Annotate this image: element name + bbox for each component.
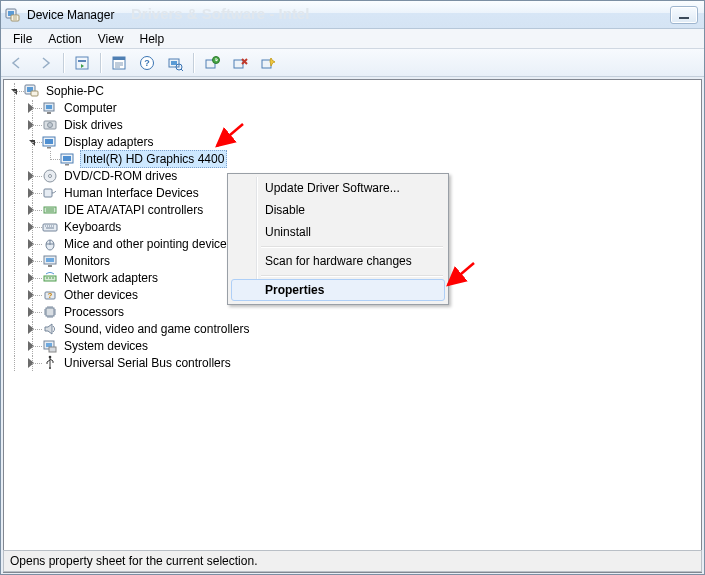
menu-file[interactable]: File (5, 30, 40, 48)
expander-closed-icon[interactable] (24, 236, 42, 252)
toolbar: ? (1, 49, 704, 77)
ide-icon (42, 202, 58, 218)
svg-point-46 (49, 356, 52, 359)
svg-rect-33 (44, 207, 56, 213)
tree-label: Sophie-PC (44, 83, 106, 99)
tree-node-sound[interactable]: Sound, video and game controllers (6, 321, 697, 337)
svg-rect-18 (31, 91, 38, 96)
tree-label: Human Interface Devices (62, 185, 201, 201)
display-adapter-icon (60, 151, 76, 167)
tree-node-disk-drives[interactable]: Disk drives (6, 117, 697, 133)
expander-closed-icon[interactable] (24, 287, 42, 303)
dvd-icon (42, 168, 58, 184)
tree-label: Keyboards (62, 219, 123, 235)
tree-label: Universal Serial Bus controllers (62, 355, 233, 371)
toolbar-uninstall-button[interactable] (256, 51, 280, 75)
disk-icon (42, 117, 58, 133)
toolbar-scan-button[interactable] (163, 51, 187, 75)
tree-label: IDE ATA/ATAPI controllers (62, 202, 205, 218)
keyboard-icon (42, 219, 58, 235)
titlebar: Device Manager (1, 1, 704, 29)
display-adapter-icon (42, 134, 58, 150)
svg-text:?: ? (48, 291, 53, 300)
svg-rect-45 (49, 347, 56, 352)
toolbar-separator (100, 53, 101, 73)
ctx-uninstall[interactable]: Uninstall (231, 221, 445, 243)
expander-closed-icon[interactable] (24, 253, 42, 269)
menubar: File Action View Help (1, 29, 704, 49)
expander-closed-icon[interactable] (24, 100, 42, 116)
pc-icon (42, 100, 58, 116)
toolbar-separator (63, 53, 64, 73)
svg-point-31 (49, 175, 52, 178)
expander-open-icon[interactable] (24, 134, 42, 150)
ctx-disable[interactable]: Disable (231, 199, 445, 221)
toolbar-properties-button[interactable] (107, 51, 131, 75)
context-menu: Update Driver Software... Disable Uninst… (227, 173, 449, 305)
toolbar-separator (193, 53, 194, 73)
expander-closed-icon[interactable] (24, 202, 42, 218)
other-devices-icon: ? (42, 287, 58, 303)
tree-label: System devices (62, 338, 150, 354)
tree-node-root[interactable]: Sophie-PC (6, 83, 697, 99)
svg-rect-25 (45, 139, 53, 144)
tree-node-usb[interactable]: Universal Serial Bus controllers (6, 355, 697, 371)
tree-node-display-adapters[interactable]: Display adapters (6, 134, 697, 150)
monitor-icon (42, 253, 58, 269)
tree-label: Monitors (62, 253, 112, 269)
toolbar-back-button[interactable] (5, 51, 29, 75)
toolbar-disable-button[interactable] (228, 51, 252, 75)
toolbar-update-button[interactable] (200, 51, 224, 75)
minimize-button[interactable] (670, 6, 698, 24)
toolbar-show-hidden-button[interactable] (70, 51, 94, 75)
ctx-update-driver[interactable]: Update Driver Software... (231, 177, 445, 199)
svg-rect-32 (44, 189, 52, 197)
tree-label: Sound, video and game controllers (62, 321, 251, 337)
svg-rect-21 (47, 112, 51, 114)
svg-rect-6 (113, 57, 125, 60)
toolbar-forward-button[interactable] (33, 51, 57, 75)
tree-node-computer[interactable]: Computer (6, 100, 697, 116)
svg-rect-14 (234, 60, 243, 68)
svg-rect-15 (262, 60, 271, 68)
usb-icon (42, 355, 58, 371)
svg-rect-38 (48, 265, 52, 267)
ctx-scan-hardware[interactable]: Scan for hardware changes (231, 250, 445, 272)
expander-closed-icon[interactable] (24, 185, 42, 201)
tree-label: Other devices (62, 287, 140, 303)
expander-closed-icon[interactable] (24, 304, 42, 320)
expander-closed-icon[interactable] (24, 338, 42, 354)
svg-rect-29 (65, 164, 69, 166)
expander-closed-icon[interactable] (24, 270, 42, 286)
tree-node-processors[interactable]: Processors (6, 304, 697, 320)
tree-label: Disk drives (62, 117, 125, 133)
tree-label: Display adapters (62, 134, 155, 150)
tree-label: Network adapters (62, 270, 160, 286)
expander-closed-icon[interactable] (24, 219, 42, 235)
expander-closed-icon[interactable] (24, 117, 42, 133)
expander-closed-icon[interactable] (24, 168, 42, 184)
tree-node-intel-hd[interactable]: Intel(R) HD Graphics 4400 (6, 151, 697, 167)
cpu-icon (42, 304, 58, 320)
device-manager-icon (5, 7, 21, 23)
menu-help[interactable]: Help (132, 30, 173, 48)
svg-rect-26 (47, 147, 51, 149)
tree-label: Processors (62, 304, 126, 320)
svg-rect-42 (46, 308, 54, 316)
hid-icon (42, 185, 58, 201)
svg-rect-2 (11, 15, 19, 21)
tree-label-selected: Intel(R) HD Graphics 4400 (80, 150, 227, 168)
ctx-properties[interactable]: Properties (231, 279, 445, 301)
toolbar-help-button[interactable]: ? (135, 51, 159, 75)
menu-view[interactable]: View (90, 30, 132, 48)
expander-closed-icon[interactable] (24, 321, 42, 337)
svg-rect-28 (63, 156, 71, 161)
tree-node-system[interactable]: System devices (6, 338, 697, 354)
menu-action[interactable]: Action (40, 30, 89, 48)
expander-open-icon[interactable] (6, 83, 24, 99)
svg-rect-4 (78, 60, 86, 62)
tree-label: Computer (62, 100, 119, 116)
tree-pane: Sophie-PC Computer Disk drives Display a… (3, 79, 702, 573)
expander-closed-icon[interactable] (24, 355, 42, 371)
svg-rect-44 (46, 343, 52, 347)
